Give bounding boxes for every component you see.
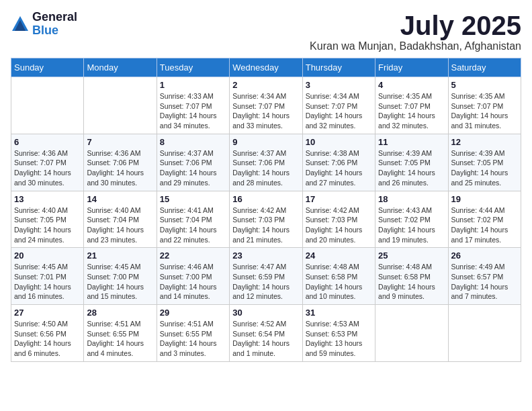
calendar-cell: 13Sunrise: 4:40 AM Sunset: 7:05 PM Dayli… — [11, 191, 84, 248]
day-number: 15 — [160, 194, 226, 204]
logo: General Blue — [11, 11, 77, 38]
day-number: 24 — [306, 250, 372, 261]
day-number: 26 — [451, 250, 518, 261]
day-info: Sunrise: 4:46 AM Sunset: 7:00 PM Dayligh… — [160, 262, 226, 302]
day-info: Sunrise: 4:34 AM Sunset: 7:07 PM Dayligh… — [232, 91, 299, 131]
day-info: Sunrise: 4:45 AM Sunset: 7:01 PM Dayligh… — [14, 262, 81, 302]
calendar-cell — [375, 305, 448, 362]
logo-text: General Blue — [32, 11, 77, 38]
day-number: 10 — [306, 137, 372, 147]
day-number: 17 — [306, 194, 372, 204]
day-info: Sunrise: 4:42 AM Sunset: 7:03 PM Dayligh… — [232, 205, 299, 245]
calendar-week-row: 20Sunrise: 4:45 AM Sunset: 7:01 PM Dayli… — [11, 248, 521, 305]
weekday-header: Sunday — [11, 58, 84, 77]
weekday-header: Friday — [375, 58, 448, 77]
calendar-table: SundayMondayTuesdayWednesdayThursdayFrid… — [11, 58, 521, 362]
weekday-header: Monday — [84, 58, 157, 77]
calendar-cell: 31Sunrise: 4:53 AM Sunset: 6:53 PM Dayli… — [302, 305, 375, 362]
calendar-cell: 18Sunrise: 4:43 AM Sunset: 7:02 PM Dayli… — [375, 191, 448, 248]
calendar-cell: 1Sunrise: 4:33 AM Sunset: 7:07 PM Daylig… — [157, 77, 229, 134]
calendar-cell: 15Sunrise: 4:41 AM Sunset: 7:04 PM Dayli… — [157, 191, 229, 248]
day-number: 1 — [160, 80, 226, 90]
day-number: 23 — [232, 250, 299, 261]
day-info: Sunrise: 4:39 AM Sunset: 7:05 PM Dayligh… — [378, 148, 445, 188]
calendar-cell: 7Sunrise: 4:36 AM Sunset: 7:06 PM Daylig… — [84, 134, 157, 191]
day-number: 14 — [87, 194, 153, 204]
calendar-week-row: 6Sunrise: 4:36 AM Sunset: 7:07 PM Daylig… — [11, 134, 521, 191]
day-info: Sunrise: 4:50 AM Sunset: 6:56 PM Dayligh… — [14, 319, 81, 359]
calendar-cell: 11Sunrise: 4:39 AM Sunset: 7:05 PM Dayli… — [375, 134, 448, 191]
calendar-cell: 25Sunrise: 4:48 AM Sunset: 6:58 PM Dayli… — [375, 248, 448, 305]
location-title: Kuran wa Munjan, Badakhshan, Afghanistan — [310, 40, 521, 52]
day-info: Sunrise: 4:51 AM Sunset: 6:55 PM Dayligh… — [160, 319, 226, 359]
day-number: 13 — [14, 194, 81, 204]
day-info: Sunrise: 4:48 AM Sunset: 6:58 PM Dayligh… — [378, 262, 445, 302]
day-info: Sunrise: 4:36 AM Sunset: 7:06 PM Dayligh… — [87, 148, 153, 188]
day-number: 11 — [378, 137, 445, 147]
calendar-cell: 12Sunrise: 4:39 AM Sunset: 7:05 PM Dayli… — [448, 134, 521, 191]
calendar-cell: 23Sunrise: 4:47 AM Sunset: 6:59 PM Dayli… — [230, 248, 302, 305]
title-area: July 2025 Kuran wa Munjan, Badakhshan, A… — [310, 11, 521, 52]
day-info: Sunrise: 4:40 AM Sunset: 7:04 PM Dayligh… — [87, 205, 153, 245]
weekday-header: Saturday — [448, 58, 521, 77]
day-number: 27 — [14, 308, 81, 318]
calendar-cell: 8Sunrise: 4:37 AM Sunset: 7:06 PM Daylig… — [157, 134, 229, 191]
day-info: Sunrise: 4:43 AM Sunset: 7:02 PM Dayligh… — [378, 205, 445, 245]
page-header: General Blue July 2025 Kuran wa Munjan, … — [11, 11, 521, 52]
day-info: Sunrise: 4:53 AM Sunset: 6:53 PM Dayligh… — [306, 319, 372, 359]
day-number: 19 — [451, 194, 518, 204]
calendar-cell: 17Sunrise: 4:42 AM Sunset: 7:03 PM Dayli… — [302, 191, 375, 248]
day-info: Sunrise: 4:52 AM Sunset: 6:54 PM Dayligh… — [232, 319, 299, 359]
calendar-cell: 9Sunrise: 4:37 AM Sunset: 7:06 PM Daylig… — [230, 134, 302, 191]
calendar-cell: 29Sunrise: 4:51 AM Sunset: 6:55 PM Dayli… — [157, 305, 229, 362]
calendar-cell: 27Sunrise: 4:50 AM Sunset: 6:56 PM Dayli… — [11, 305, 84, 362]
day-number: 30 — [232, 308, 299, 318]
logo-general-text: General — [32, 11, 77, 24]
day-number: 18 — [378, 194, 445, 204]
calendar-cell: 16Sunrise: 4:42 AM Sunset: 7:03 PM Dayli… — [230, 191, 302, 248]
day-number: 6 — [14, 137, 81, 147]
day-info: Sunrise: 4:48 AM Sunset: 6:58 PM Dayligh… — [306, 262, 372, 302]
calendar-cell — [84, 77, 157, 134]
calendar-cell: 14Sunrise: 4:40 AM Sunset: 7:04 PM Dayli… — [84, 191, 157, 248]
day-number: 16 — [232, 194, 299, 204]
weekday-header: Tuesday — [157, 58, 229, 77]
day-number: 28 — [87, 308, 153, 318]
calendar-cell — [448, 305, 521, 362]
weekday-header: Thursday — [302, 58, 375, 77]
day-number: 20 — [14, 250, 81, 261]
calendar-cell: 4Sunrise: 4:35 AM Sunset: 7:07 PM Daylig… — [375, 77, 448, 134]
day-number: 22 — [160, 250, 226, 261]
day-number: 2 — [232, 80, 299, 90]
day-number: 29 — [160, 308, 226, 318]
day-number: 4 — [378, 80, 445, 90]
day-number: 7 — [87, 137, 153, 147]
day-info: Sunrise: 4:47 AM Sunset: 6:59 PM Dayligh… — [232, 262, 299, 302]
weekday-header: Wednesday — [230, 58, 302, 77]
calendar-cell: 24Sunrise: 4:48 AM Sunset: 6:58 PM Dayli… — [302, 248, 375, 305]
logo-blue-text: Blue — [32, 24, 77, 38]
day-info: Sunrise: 4:41 AM Sunset: 7:04 PM Dayligh… — [160, 205, 226, 245]
calendar-cell: 2Sunrise: 4:34 AM Sunset: 7:07 PM Daylig… — [230, 77, 302, 134]
calendar-cell: 19Sunrise: 4:44 AM Sunset: 7:02 PM Dayli… — [448, 191, 521, 248]
calendar-cell: 3Sunrise: 4:34 AM Sunset: 7:07 PM Daylig… — [302, 77, 375, 134]
day-info: Sunrise: 4:37 AM Sunset: 7:06 PM Dayligh… — [232, 148, 299, 188]
day-number: 25 — [378, 250, 445, 261]
calendar-cell: 26Sunrise: 4:49 AM Sunset: 6:57 PM Dayli… — [448, 248, 521, 305]
calendar-cell — [11, 77, 84, 134]
day-info: Sunrise: 4:49 AM Sunset: 6:57 PM Dayligh… — [451, 262, 518, 302]
day-number: 5 — [451, 80, 518, 90]
logo-icon — [11, 15, 30, 34]
day-number: 12 — [451, 137, 518, 147]
calendar-cell: 30Sunrise: 4:52 AM Sunset: 6:54 PM Dayli… — [230, 305, 302, 362]
calendar-header-row: SundayMondayTuesdayWednesdayThursdayFrid… — [11, 58, 521, 77]
day-number: 9 — [232, 137, 299, 147]
day-info: Sunrise: 4:40 AM Sunset: 7:05 PM Dayligh… — [14, 205, 81, 245]
day-info: Sunrise: 4:34 AM Sunset: 7:07 PM Dayligh… — [306, 91, 372, 131]
day-number: 31 — [306, 308, 372, 318]
calendar-week-row: 1Sunrise: 4:33 AM Sunset: 7:07 PM Daylig… — [11, 77, 521, 134]
day-info: Sunrise: 4:36 AM Sunset: 7:07 PM Dayligh… — [14, 148, 81, 188]
day-number: 3 — [306, 80, 372, 90]
calendar-cell: 5Sunrise: 4:35 AM Sunset: 7:07 PM Daylig… — [448, 77, 521, 134]
calendar-cell: 22Sunrise: 4:46 AM Sunset: 7:00 PM Dayli… — [157, 248, 229, 305]
